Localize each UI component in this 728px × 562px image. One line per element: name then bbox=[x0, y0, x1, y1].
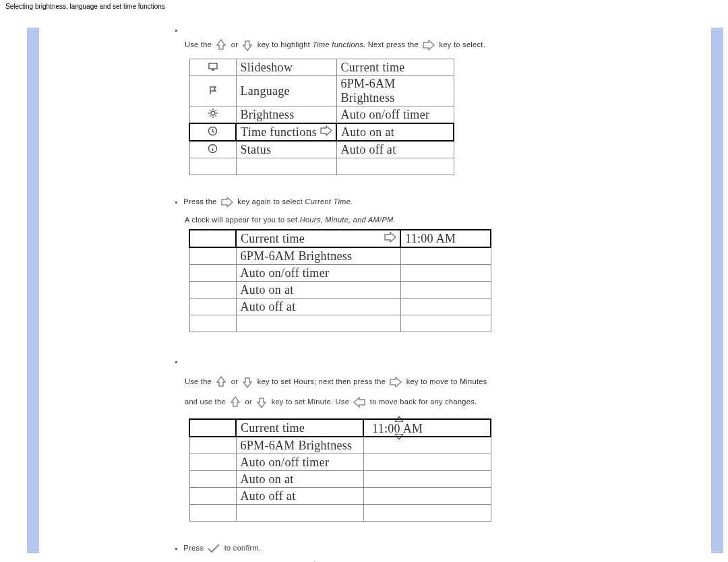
text: key to highlight bbox=[257, 40, 310, 49]
content-area: Use the or key to highlight Time functio… bbox=[175, 13, 586, 562]
text: key again to select bbox=[237, 197, 303, 206]
svg-point-1 bbox=[211, 111, 215, 115]
menu3-label: 6PM-6AM Brightness bbox=[236, 437, 363, 454]
bullet-icon bbox=[175, 30, 177, 32]
bullet-icon bbox=[175, 548, 177, 550]
text: Use the bbox=[185, 40, 212, 49]
menu2-row: Current time11:00 AM bbox=[189, 230, 491, 247]
arrow-down-icon bbox=[241, 375, 253, 389]
text: Press the bbox=[183, 197, 216, 206]
text: to move back for any changes. bbox=[370, 398, 477, 406]
blank-cell bbox=[189, 265, 236, 282]
menu1-label: Time functions bbox=[236, 123, 336, 141]
menu3-row: Auto on at bbox=[189, 471, 491, 488]
menu1-value: Auto on at bbox=[336, 123, 454, 141]
menu3-label: Auto off at bbox=[236, 488, 363, 505]
text: or bbox=[231, 377, 238, 385]
blank-cell bbox=[189, 419, 236, 437]
menu1-row-blank bbox=[189, 158, 454, 175]
text: or bbox=[231, 40, 238, 49]
instruction-3: Use the or key to set Hours; next then p… bbox=[175, 351, 586, 412]
text: Use the bbox=[185, 377, 212, 385]
menu1-label: Status bbox=[236, 141, 336, 158]
term-hours-minutes-ampm: Hours, Minute, and AM/PM. bbox=[300, 216, 396, 224]
page: Use the or key to highlight Time functio… bbox=[0, 13, 728, 562]
menu2-row: Auto off at bbox=[189, 299, 491, 315]
instruction-4: Press to confirm. bbox=[175, 540, 586, 555]
menu3-row: Current time11:00 AM bbox=[189, 419, 491, 437]
menu3-label: Auto on at bbox=[236, 471, 363, 488]
arrow-right-icon bbox=[384, 232, 397, 246]
blank-cell bbox=[189, 454, 236, 471]
arrow-down-icon bbox=[241, 38, 253, 52]
text: key to set Minute. Use bbox=[272, 398, 349, 406]
instruction-2: Press the key again to select Current Ti… bbox=[175, 194, 586, 209]
menu1-value: Auto off at bbox=[336, 141, 454, 158]
clock-icon bbox=[189, 123, 236, 141]
arrow-down-icon bbox=[255, 396, 268, 409]
arrow-right-icon bbox=[320, 125, 333, 139]
menu1-row: BrightnessAuto on/off timer bbox=[189, 106, 454, 124]
menu1-value: Current time bbox=[336, 59, 454, 76]
blank-cell bbox=[189, 230, 236, 247]
menu3-value bbox=[363, 437, 491, 454]
menu1-row: StatusAuto off at bbox=[189, 141, 454, 158]
menu2-value bbox=[400, 282, 491, 299]
menu3-row-blank bbox=[189, 505, 491, 522]
blank-cell bbox=[189, 471, 236, 488]
menu2-label: Current time bbox=[236, 230, 400, 247]
arrow-right-icon bbox=[389, 377, 402, 387]
text: Next press the bbox=[368, 40, 419, 49]
blank-cell bbox=[189, 282, 236, 299]
bullet-icon bbox=[175, 201, 177, 204]
text: Press bbox=[183, 544, 204, 552]
flag-icon bbox=[189, 76, 236, 106]
menu-table-3: Current time11:00 AM 6PM-6AM Brightness … bbox=[189, 418, 491, 522]
menu2-row: 6PM-6AM Brightness bbox=[189, 247, 491, 265]
menu-table-1: SlideshowCurrent timeLanguage6PM-6AM Bri… bbox=[189, 59, 454, 175]
menu1-row: SlideshowCurrent time bbox=[189, 59, 454, 76]
checkmark-icon bbox=[207, 543, 220, 554]
text: key to move to Minutes bbox=[406, 377, 487, 385]
menu1-label: Language bbox=[236, 76, 336, 106]
bullet-icon bbox=[175, 361, 177, 363]
menu2-value: 11:00 AM bbox=[400, 230, 491, 247]
instruction-2b: A clock will appear for you to set Hours… bbox=[185, 216, 586, 224]
decorative-stripe-right bbox=[711, 28, 723, 553]
menu3-value bbox=[363, 454, 491, 471]
text: key to select. bbox=[439, 40, 485, 49]
blank-cell bbox=[189, 299, 236, 315]
menu2-value bbox=[400, 299, 491, 315]
arrow-up-icon bbox=[229, 396, 241, 409]
page-header-title: Selecting brightness, language and set t… bbox=[0, 0, 728, 13]
arrow-left-icon bbox=[353, 397, 366, 408]
menu2-label: Auto on/off timer bbox=[236, 265, 400, 282]
text: or bbox=[245, 398, 252, 406]
menu1-value: 6PM-6AM Brightness bbox=[336, 76, 454, 106]
info-icon bbox=[189, 141, 236, 158]
blank-cell bbox=[189, 247, 236, 265]
menu3-row: 6PM-6AM Brightness bbox=[189, 437, 491, 454]
arrow-up-icon bbox=[215, 38, 227, 52]
menu2-label: Auto on at bbox=[236, 282, 400, 299]
svg-rect-0 bbox=[209, 63, 217, 69]
menu3-value: 11:00 AM bbox=[363, 419, 491, 437]
menu2-value bbox=[400, 265, 491, 282]
menu2-row: Auto on/off timer bbox=[189, 265, 491, 282]
sun-icon bbox=[189, 106, 236, 124]
menu1-row: Time functionsAuto on at bbox=[189, 123, 454, 141]
arrow-right-icon bbox=[220, 197, 234, 208]
text: key to set Hours; next then press the bbox=[257, 377, 386, 385]
menu2-value bbox=[400, 247, 491, 265]
menu1-value: Auto on/off timer bbox=[336, 106, 454, 124]
menu-table-2: Current time11:00 AM 6PM-6AM Brightness … bbox=[189, 229, 491, 332]
text: A clock will appear for you to set bbox=[185, 216, 297, 224]
menu3-value bbox=[363, 488, 491, 505]
term-current-time: Current Time. bbox=[305, 197, 353, 206]
menu3-value bbox=[363, 471, 491, 488]
slideshow-icon bbox=[189, 59, 236, 76]
menu3-label: Auto on/off timer bbox=[236, 454, 363, 471]
arrow-right-icon bbox=[422, 40, 435, 51]
menu2-row: Auto on at bbox=[189, 282, 491, 299]
triangle-up-icon bbox=[395, 416, 403, 422]
